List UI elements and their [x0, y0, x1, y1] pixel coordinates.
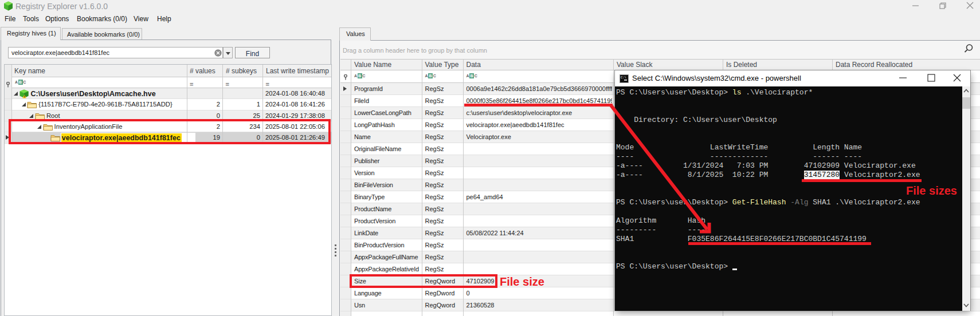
svg-text:C:\: C:\: [621, 76, 626, 80]
